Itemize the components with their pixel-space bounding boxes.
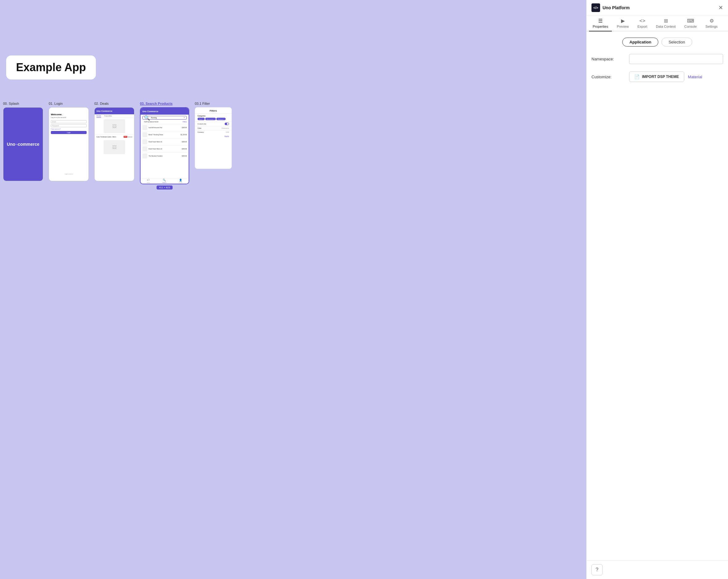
product-img-4: [142, 147, 147, 151]
data-context-icon: ⊞: [664, 18, 668, 24]
product-price-3: $189.99: [182, 141, 187, 143]
customize-controls: 📄 IMPORT DSP THEME Material: [629, 72, 702, 82]
search-clear-icon[interactable]: ✕: [183, 116, 185, 119]
product-img-2: [142, 132, 147, 137]
customize-label: Customize:: [592, 75, 625, 79]
namespace-label: Namespace:: [592, 57, 625, 61]
login-email-field[interactable]: Email: [51, 120, 86, 123]
deal-item-1[interactable]: Carto Tricklimate Jacket - Men's HOT $25…: [95, 134, 134, 139]
nav-profile[interactable]: 👤 Profile: [179, 179, 182, 183]
product-price-1: $189.99: [182, 127, 187, 129]
nav-deals[interactable]: 🏷 Deals: [147, 179, 150, 183]
toolbar-export[interactable]: <> Export: [634, 16, 651, 31]
help-button[interactable]: ?: [592, 564, 602, 575]
product-thumbnail-2: 🖼: [104, 140, 125, 154]
import-btn-label: IMPORT DSP THEME: [642, 75, 679, 79]
currency-label: Currency: [198, 131, 204, 133]
product-img-5: [142, 154, 147, 158]
properties-label: Properties: [593, 25, 608, 28]
order-label: Order: [198, 127, 202, 129]
product-price-5: $189.99: [182, 155, 187, 157]
login-password-field[interactable]: Password: [51, 124, 86, 127]
preview-label: Preview: [617, 25, 629, 28]
screen-splash-wrapper: 00. Splash Uno¬commerce: [3, 102, 43, 181]
favorites-tab[interactable]: Favorites: [104, 115, 112, 118]
screen-deals[interactable]: Uno Commerce Deals Favorites 🖼 Carto Tri…: [94, 107, 134, 181]
data-context-label: Data Context: [656, 25, 676, 28]
screen-deals-label: 02. Deals: [94, 102, 108, 105]
product-row-2[interactable]: Bondi 7 Running Shoes $1,229.99: [140, 131, 189, 138]
toolbar-console[interactable]: ⌨ Console: [680, 16, 700, 31]
product-name-5: The Absolute Freedom: [149, 155, 181, 157]
import-dsp-theme-button[interactable]: 📄 IMPORT DSP THEME: [629, 72, 684, 82]
toolbar-settings[interactable]: ⚙ Settings: [702, 16, 722, 31]
screen-login-label: 01. Login: [49, 102, 62, 105]
screen-filter[interactable]: Filters Categories Shoes ✕ Accessories ✕…: [195, 107, 232, 169]
in-stock-label: In stock only: [198, 123, 206, 125]
screen-filter-label: 03.1 Filter: [195, 102, 210, 105]
screen-splash-label: 00. Splash: [3, 102, 19, 105]
toolbar-data-context[interactable]: ⊞ Data Context: [652, 16, 679, 31]
deals-tab[interactable]: Deals: [97, 115, 101, 118]
close-button[interactable]: ✕: [719, 5, 723, 10]
namespace-input[interactable]: [629, 54, 723, 64]
panel-footer: ?: [587, 560, 728, 579]
product-name-2: Bondi 7 Running Shoes: [149, 134, 179, 136]
deals-header-title: Uno Commerce: [97, 110, 112, 112]
toolbar-properties[interactable]: ☰ Properties: [589, 16, 612, 31]
panel-toolbar: ☰ Properties ▶ Preview <> Export ⊞ Data …: [587, 16, 728, 31]
panel-titlebar: </> Uno Platform ✕: [587, 0, 728, 16]
nav-search[interactable]: 🔍 Search: [162, 179, 166, 183]
categories-label: Categories: [198, 115, 229, 117]
forgot-password-link[interactable]: Forgot password?: [51, 128, 86, 130]
product-row-1[interactable]: Isochill Armourent Hat $189.99: [140, 124, 189, 131]
filter-tag-accessories[interactable]: Accessories ✕: [205, 118, 216, 120]
product-name-1: Isochill Armourent Hat: [149, 127, 181, 129]
results-count: 5234 products found: [142, 121, 160, 123]
in-stock-row: In stock only: [195, 122, 232, 126]
namespace-row: Namespace:: [592, 54, 723, 64]
screen-search-label: 03. Search Products: [140, 102, 173, 105]
tab-application[interactable]: Application: [622, 37, 658, 47]
panel-title: Uno Platform: [602, 5, 630, 10]
console-label: Console: [684, 25, 697, 28]
filter-tag-headwear[interactable]: Headwear ✕: [216, 118, 226, 120]
tab-selection[interactable]: Selection: [661, 37, 692, 47]
product-name-3: Fresh Foam Hierro v6: [149, 141, 181, 143]
filter-tag-shoes[interactable]: Shoes ✕: [198, 118, 205, 120]
apply-btn[interactable]: Apply: [195, 134, 232, 138]
filters-link[interactable]: Filters: [182, 121, 187, 123]
screen-splash[interactable]: Uno¬commerce: [3, 107, 43, 181]
console-icon: ⌨: [687, 18, 694, 24]
screen-search-wrapper: 03. Search Products Uno Commerce 🔍 Runni…: [140, 102, 189, 189]
toolbar-preview[interactable]: ▶ Preview: [613, 16, 632, 31]
screen-filter-wrapper: 03.1 Filter Filters Categories Shoes ✕ A…: [195, 102, 232, 169]
export-icon: <>: [640, 18, 645, 24]
currency-value: CAD: [226, 131, 229, 133]
screen-login[interactable]: Welcome. Log in to your account Email Pa…: [49, 107, 89, 181]
uno-logo-icon: </>: [592, 3, 600, 12]
in-stock-toggle[interactable]: [225, 123, 229, 125]
hot-badge: HOT: [124, 136, 127, 138]
screen-deals-wrapper: 02. Deals Uno Commerce Deals Favorites 🖼…: [94, 102, 134, 181]
product-row-3[interactable]: Fresh Foam Hierro v6 $189.99: [140, 138, 189, 145]
material-link[interactable]: Material: [688, 75, 702, 79]
product-row-5[interactable]: The Absolute Freedom $189.99: [140, 152, 189, 159]
example-app-label: Example App: [6, 55, 96, 79]
screen-login-wrapper: 01. Login Welcome. Log in to your accoun…: [49, 102, 89, 181]
login-button[interactable]: Login: [51, 131, 86, 134]
product-img-1: [142, 125, 147, 130]
legal-text: Legal mentions: [49, 173, 88, 175]
product-row-4[interactable]: Fresh Foam Hierro v6 $189.99: [140, 145, 189, 152]
filter-tags: Shoes ✕ Accessories ✕ Headwear ✕: [198, 118, 229, 120]
price-old: $251.24: [128, 136, 132, 138]
preview-icon: ▶: [621, 18, 625, 24]
search-bottom-nav: 🏷 Deals 🔍 Search 👤 Profile: [140, 178, 189, 184]
screen-search[interactable]: Uno Commerce 🔍 Running ✕ 5234 products f…: [140, 107, 189, 184]
order-row: Order Relevance: [195, 126, 232, 130]
search-query: Running: [151, 117, 182, 119]
panel-content: Application Selection Namespace: Customi…: [587, 31, 728, 560]
currency-row: Currency CAD: [195, 130, 232, 134]
search-bar[interactable]: 🔍 Running ✕: [142, 116, 187, 120]
settings-icon: ⚙: [709, 18, 714, 24]
